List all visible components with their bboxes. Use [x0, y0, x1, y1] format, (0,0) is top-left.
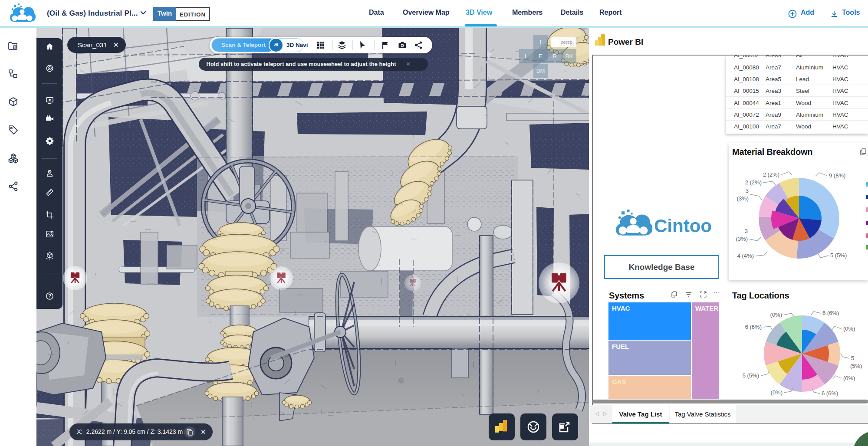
- svg-text:3: 3: [745, 228, 748, 234]
- svg-text:2 (2%): 2 (2%): [763, 171, 779, 178]
- svg-text:(3%): (3%): [736, 236, 748, 242]
- svg-text:(5%): (5%): [850, 363, 862, 369]
- svg-text:5: 5: [851, 355, 854, 361]
- svg-text:5 (5%): 5 (5%): [743, 372, 759, 379]
- svg-text:4 (4%): 4 (4%): [737, 253, 754, 259]
- svg-text:9 (8%): 9 (8%): [829, 172, 845, 179]
- svg-text:3: 3: [746, 187, 749, 194]
- svg-text:(0%): (0%): [771, 389, 783, 396]
- svg-text:(3%): (3%): [737, 195, 749, 202]
- svg-text:5 (5%): 5 (5%): [830, 252, 847, 259]
- svg-text:(0%): (0%): [843, 375, 855, 381]
- svg-text:2 (2%): 2 (2%): [745, 179, 762, 186]
- svg-text:6 (6%): 6 (6%): [745, 324, 762, 330]
- svg-text:(0%): (0%): [770, 312, 782, 318]
- svg-text:6 (6%): 6 (6%): [822, 390, 838, 397]
- svg-text:6 (6%): 6 (6%): [822, 310, 839, 316]
- svg-text:(0%): (0%): [843, 325, 855, 332]
